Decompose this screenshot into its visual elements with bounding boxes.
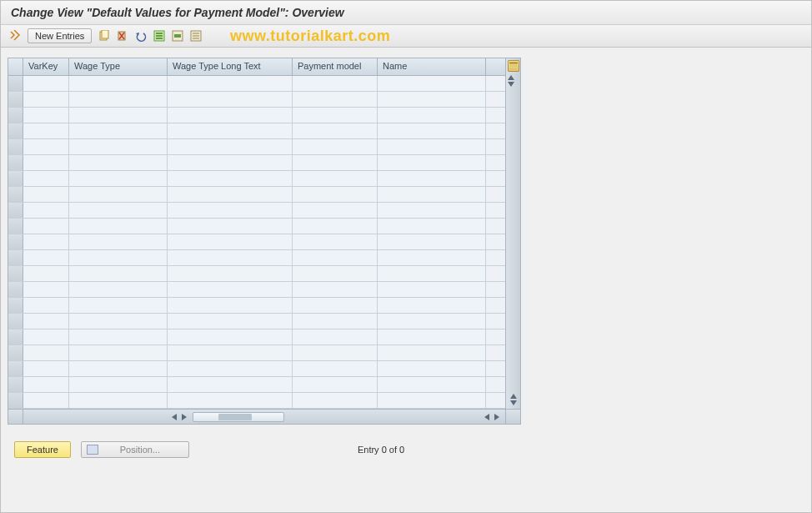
row-selector[interactable] [8, 123, 23, 138]
cell-wagelong[interactable] [168, 298, 293, 313]
column-header-paymodel[interactable]: Payment model [293, 58, 378, 75]
column-header-wagetype[interactable]: Wage Type [69, 58, 168, 75]
column-header-name[interactable]: Name [378, 58, 486, 75]
cell-wagelong[interactable] [168, 203, 293, 218]
cell-wagetype[interactable] [69, 329, 168, 345]
cell-name[interactable] [378, 377, 486, 392]
cell-paymodel[interactable] [293, 219, 378, 234]
row-selector[interactable] [8, 187, 23, 202]
row-selector[interactable] [8, 219, 23, 234]
cell-wagelong[interactable] [168, 139, 293, 154]
row-selector[interactable] [8, 266, 23, 281]
table-row[interactable] [8, 219, 505, 234]
cell-name[interactable] [378, 171, 486, 186]
cell-wagetype[interactable] [69, 361, 168, 376]
scroll-up-icon[interactable] [508, 75, 514, 80]
deselect-all-icon[interactable] [188, 28, 203, 43]
cell-paymodel[interactable] [293, 361, 378, 376]
cell-paymodel[interactable] [293, 377, 378, 392]
cell-name[interactable] [378, 298, 486, 313]
cell-paymodel[interactable] [293, 266, 378, 281]
cell-paymodel[interactable] [293, 171, 378, 186]
cell-wagetype[interactable] [69, 345, 168, 360]
row-selector[interactable] [8, 393, 23, 408]
select-block-icon[interactable] [170, 28, 185, 43]
cell-name[interactable] [378, 329, 486, 345]
cell-varkey[interactable] [23, 314, 69, 329]
cell-wagetype[interactable] [69, 187, 168, 202]
cell-paymodel[interactable] [293, 250, 378, 265]
cell-wagelong[interactable] [168, 108, 293, 123]
cell-name[interactable] [378, 108, 486, 123]
scroll-down-bottom-icon[interactable] [510, 400, 517, 405]
cell-wagetype[interactable] [69, 314, 168, 329]
cell-wagetype[interactable] [69, 250, 168, 265]
cell-wagetype[interactable] [69, 76, 168, 91]
cell-name[interactable] [378, 187, 486, 202]
cell-varkey[interactable] [23, 266, 69, 281]
table-row[interactable] [8, 155, 505, 171]
cell-varkey[interactable] [23, 139, 69, 154]
cell-paymodel[interactable] [293, 234, 378, 249]
cell-name[interactable] [378, 234, 486, 249]
table-row[interactable] [8, 108, 505, 123]
cell-wagetype[interactable] [69, 266, 168, 281]
table-row[interactable] [8, 234, 505, 250]
scroll-left-icon[interactable] [172, 414, 177, 420]
new-entries-button[interactable]: New Entries [28, 28, 92, 43]
cell-name[interactable] [378, 92, 486, 107]
cell-varkey[interactable] [23, 345, 69, 360]
cell-wagelong[interactable] [168, 92, 293, 107]
cell-wagetype[interactable] [69, 139, 168, 154]
scroll-down-icon[interactable] [508, 82, 514, 87]
cell-wagelong[interactable] [168, 393, 293, 408]
table-settings-icon[interactable] [508, 60, 519, 72]
row-selector[interactable] [8, 329, 23, 345]
cell-name[interactable] [378, 203, 486, 218]
cell-paymodel[interactable] [293, 108, 378, 123]
cell-wagelong[interactable] [168, 345, 293, 360]
cell-name[interactable] [378, 155, 486, 170]
cell-varkey[interactable] [23, 203, 69, 218]
cell-varkey[interactable] [23, 108, 69, 123]
cell-paymodel[interactable] [293, 345, 378, 360]
cell-wagetype[interactable] [69, 282, 168, 297]
table-row[interactable] [8, 123, 505, 139]
cell-paymodel[interactable] [293, 393, 378, 408]
row-selector[interactable] [8, 345, 23, 360]
cell-wagetype[interactable] [69, 219, 168, 234]
cell-varkey[interactable] [23, 155, 69, 170]
cell-wagelong[interactable] [168, 123, 293, 138]
row-selector[interactable] [8, 234, 23, 249]
scroll-up-bottom-icon[interactable] [510, 394, 517, 399]
grid-corner-cell[interactable] [8, 58, 23, 75]
position-button[interactable]: Position... [81, 441, 189, 458]
table-row[interactable] [8, 329, 505, 345]
feature-button[interactable]: Feature [14, 441, 71, 458]
row-selector[interactable] [8, 108, 23, 123]
cell-name[interactable] [378, 76, 486, 91]
cell-varkey[interactable] [23, 393, 69, 408]
cell-wagetype[interactable] [69, 108, 168, 123]
cell-wagelong[interactable] [168, 234, 293, 249]
cell-wagetype[interactable] [69, 92, 168, 107]
table-row[interactable] [8, 92, 505, 108]
select-all-icon[interactable] [152, 28, 167, 43]
cell-wagelong[interactable] [168, 171, 293, 186]
cell-paymodel[interactable] [293, 282, 378, 297]
table-row[interactable] [8, 393, 505, 409]
delete-icon[interactable] [115, 28, 130, 43]
scroll-left-end-icon[interactable] [484, 414, 489, 420]
cell-varkey[interactable] [23, 298, 69, 313]
scroll-right-icon[interactable] [494, 414, 499, 420]
cell-wagelong[interactable] [168, 76, 293, 91]
cell-wagetype[interactable] [69, 123, 168, 138]
row-selector[interactable] [8, 361, 23, 376]
scroll-right-step-icon[interactable] [182, 414, 187, 420]
cell-varkey[interactable] [23, 329, 69, 345]
hscroll-thumb[interactable] [218, 414, 252, 420]
table-row[interactable] [8, 345, 505, 361]
cell-name[interactable] [378, 361, 486, 376]
table-row[interactable] [8, 361, 505, 377]
cell-wagetype[interactable] [69, 377, 168, 392]
